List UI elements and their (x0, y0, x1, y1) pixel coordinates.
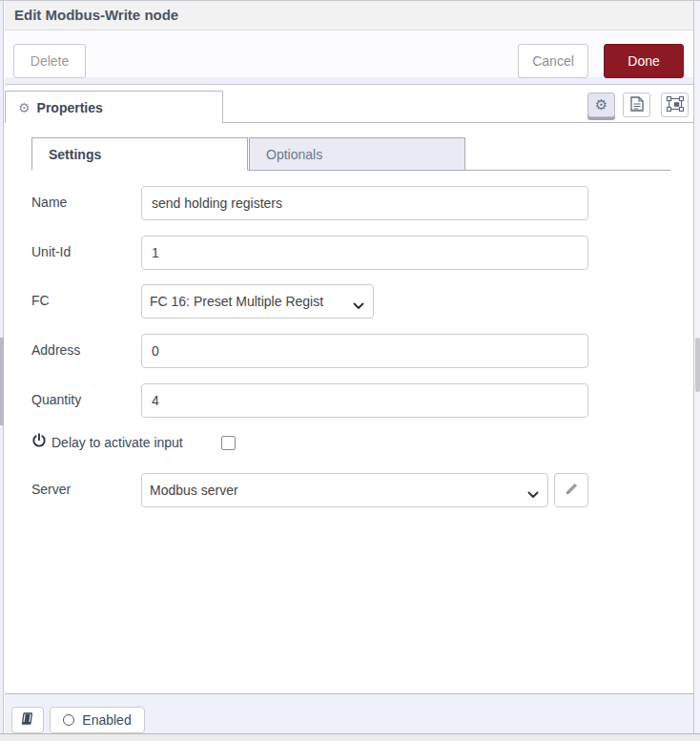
right-scrollbar-thumb[interactable] (695, 338, 700, 392)
power-icon (31, 433, 47, 448)
appearance-icon (667, 96, 684, 114)
tab-optionals-label: Optionals (266, 147, 322, 162)
edit-node-dialog: Edit Modbus-Write node Delete Cancel Don… (0, 0, 700, 741)
tabrow-divider (223, 122, 693, 123)
fc-select[interactable]: FC 16: Preset Multiple Regist (141, 284, 374, 319)
edit-server-button[interactable] (554, 473, 588, 507)
fc-label: FC (31, 293, 50, 308)
unit-id-field[interactable] (141, 236, 588, 270)
pencil-icon (565, 482, 579, 499)
delay-checkbox[interactable] (221, 436, 236, 450)
address-field[interactable] (141, 334, 588, 368)
circle-icon (63, 714, 74, 726)
quantity-label: Quantity (31, 392, 81, 407)
tab-settings[interactable]: Settings (31, 137, 248, 171)
enabled-label: Enabled (82, 712, 131, 728)
properties-tab-label: Properties (37, 100, 103, 115)
edit-tray: Edit Modbus-Write node Delete Cancel Don… (5, 1, 693, 733)
quantity-field[interactable] (141, 383, 588, 418)
cancel-button[interactable]: Cancel (518, 44, 588, 78)
node-help-button[interactable] (11, 707, 44, 733)
document-icon (630, 96, 644, 114)
bottom-edge (0, 733, 700, 741)
name-field[interactable] (141, 186, 588, 220)
book-icon (20, 711, 35, 729)
node-description-button[interactable] (623, 93, 650, 117)
dialog-footer: Enabled (5, 693, 693, 733)
tab-settings-label: Settings (49, 147, 101, 162)
server-label: Server (31, 482, 71, 497)
tab-optionals[interactable]: Optionals (249, 137, 465, 171)
name-label: Name (31, 195, 67, 210)
delay-label: Delay to activate input (51, 435, 183, 450)
server-select[interactable]: Modbus server (141, 473, 548, 507)
properties-tab[interactable]: ⚙ Properties (5, 91, 223, 123)
unit-id-label: Unit-Id (31, 244, 71, 259)
enabled-toggle-button[interactable]: Enabled (50, 707, 145, 733)
node-appearance-button[interactable] (661, 93, 689, 117)
gear-icon: ⚙ (18, 100, 31, 115)
address-label: Address (31, 342, 80, 358)
dialog-titlebar: Edit Modbus-Write node (5, 1, 693, 31)
dialog-toolbar: Delete Cancel Done (5, 31, 693, 85)
toolbar-bottom-band (5, 77, 693, 84)
right-scrollbar[interactable] (693, 1, 700, 733)
dialog-title: Edit Modbus-Write node (5, 1, 188, 29)
server-select-wrap: Modbus server (141, 473, 548, 507)
gear-icon: ⚙ (595, 96, 607, 113)
fc-select-wrap: FC 16: Preset Multiple Regist (141, 284, 374, 319)
done-button[interactable]: Done (604, 44, 684, 78)
left-scrollbar-thumb[interactable] (0, 338, 4, 425)
left-scrollbar[interactable] (0, 1, 4, 733)
node-settings-button[interactable]: ⚙ (587, 93, 615, 117)
delete-button[interactable]: Delete (13, 44, 86, 78)
